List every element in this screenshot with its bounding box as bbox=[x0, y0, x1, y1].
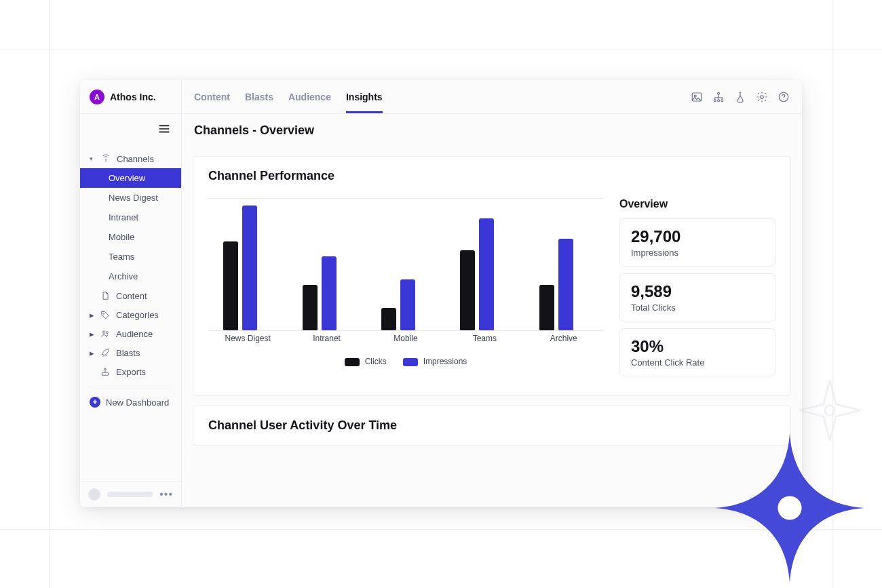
sidebar-section-blasts[interactable]: ▸ Blasts bbox=[80, 343, 181, 362]
bar-clicks bbox=[460, 250, 475, 331]
brand-logo-icon: A bbox=[90, 90, 104, 104]
top-nav: Content Blasts Audience Insights bbox=[182, 80, 691, 113]
overview-stats: Overview 29,700 Impressions 9,589 Total … bbox=[619, 198, 775, 383]
bar-group bbox=[303, 203, 351, 331]
bar-clicks bbox=[223, 241, 238, 331]
bar-group bbox=[460, 203, 509, 331]
svg-point-4 bbox=[718, 99, 720, 101]
svg-point-2 bbox=[718, 92, 720, 94]
svg-point-1 bbox=[694, 95, 696, 97]
svg-point-10 bbox=[103, 331, 106, 334]
bar-clicks bbox=[303, 285, 318, 331]
bar-clicks bbox=[539, 285, 554, 331]
sidebar-item-news-digest[interactable]: News Digest bbox=[80, 188, 181, 208]
main-content: Channel Performance News DigestIntranetM… bbox=[182, 146, 802, 507]
help-icon[interactable] bbox=[778, 91, 790, 103]
sidebar-section-audience[interactable]: ▸ Audience bbox=[80, 324, 181, 343]
topbar-icons bbox=[691, 80, 802, 113]
page-title: Channels - Overview bbox=[182, 114, 314, 146]
bar-group bbox=[223, 203, 272, 331]
topbar: A Athos Inc. Content Blasts Audience Ins… bbox=[80, 80, 802, 114]
more-icon[interactable]: ••• bbox=[159, 488, 173, 501]
bar-group bbox=[381, 203, 430, 331]
svg-point-6 bbox=[761, 95, 764, 98]
decoration-star-icon bbox=[715, 433, 864, 583]
svg-point-11 bbox=[106, 332, 108, 334]
sitemap-icon[interactable] bbox=[712, 91, 725, 103]
legend-clicks: Clicks bbox=[345, 357, 387, 366]
stat-impressions: 29,700 Impressions bbox=[619, 218, 775, 267]
chart-legend: Clicks Impressions bbox=[208, 357, 603, 366]
tab-insights[interactable]: Insights bbox=[346, 80, 383, 113]
chart-category-label: Mobile bbox=[381, 334, 430, 347]
gear-icon[interactable] bbox=[756, 91, 768, 103]
svg-point-9 bbox=[103, 313, 104, 314]
overview-heading: Overview bbox=[619, 198, 775, 210]
svg-rect-12 bbox=[102, 372, 108, 375]
chevron-right-icon: ▸ bbox=[90, 310, 94, 320]
sidebar: ▾ Channels Overview News Digest Intranet… bbox=[80, 146, 182, 507]
user-label-placeholder bbox=[107, 492, 153, 497]
chart-category-label: Teams bbox=[460, 334, 509, 347]
new-dashboard-button[interactable]: + New Dashboard bbox=[80, 393, 181, 412]
chevron-down-icon: ▾ bbox=[90, 155, 95, 162]
sidebar-footer: ••• bbox=[80, 481, 181, 507]
sidebar-section-content[interactable]: ▸ Content bbox=[80, 286, 181, 305]
bar-impressions bbox=[400, 279, 415, 331]
legend-impressions: Impressions bbox=[403, 357, 467, 366]
people-icon bbox=[100, 328, 111, 339]
avatar[interactable] bbox=[88, 488, 100, 501]
sidebar-item-archive[interactable]: Archive bbox=[80, 267, 181, 286]
app-window: A Athos Inc. Content Blasts Audience Ins… bbox=[80, 80, 802, 507]
brand-name: Athos Inc. bbox=[110, 92, 156, 102]
sidebar-item-teams[interactable]: Teams bbox=[80, 247, 181, 267]
bar-group bbox=[539, 203, 588, 331]
channel-activity-card: Channel User Activity Over Time bbox=[193, 406, 791, 446]
chart-category-label: News Digest bbox=[223, 334, 272, 347]
channel-performance-card: Channel Performance News DigestIntranetM… bbox=[193, 156, 791, 396]
svg-point-5 bbox=[721, 99, 723, 101]
tab-content[interactable]: Content bbox=[194, 80, 230, 113]
chart-category-label: Intranet bbox=[303, 334, 351, 347]
tab-audience[interactable]: Audience bbox=[288, 80, 331, 113]
svg-point-3 bbox=[714, 99, 716, 101]
bar-impressions bbox=[242, 205, 257, 331]
tab-blasts[interactable]: Blasts bbox=[245, 80, 273, 113]
sidebar-item-overview[interactable]: Overview bbox=[80, 168, 181, 188]
sidebar-section-exports[interactable]: ▸ Exports bbox=[80, 362, 181, 381]
svg-point-14 bbox=[778, 496, 801, 520]
file-icon bbox=[100, 290, 111, 301]
rocket-icon bbox=[100, 347, 111, 358]
sidebar-item-mobile[interactable]: Mobile bbox=[80, 227, 181, 247]
svg-point-13 bbox=[825, 406, 835, 415]
labs-icon[interactable] bbox=[734, 91, 746, 103]
card-title: Channel Performance bbox=[208, 169, 775, 183]
plus-icon: + bbox=[90, 397, 100, 408]
stat-click-rate: 30% Content Click Rate bbox=[619, 328, 775, 376]
panel-header: Channels - Overview bbox=[80, 114, 802, 146]
bar-impressions bbox=[558, 239, 573, 331]
sidebar-item-intranet[interactable]: Intranet bbox=[80, 208, 181, 227]
chart-category-label: Archive bbox=[539, 334, 588, 347]
image-icon[interactable] bbox=[691, 91, 703, 103]
card-title: Channel User Activity Over Time bbox=[208, 418, 775, 433]
tag-icon bbox=[100, 309, 111, 320]
sidebar-section-categories[interactable]: ▸ Categories bbox=[80, 305, 181, 324]
bar-impressions bbox=[322, 256, 337, 331]
menu-toggle-icon[interactable] bbox=[157, 121, 172, 139]
stat-total-clicks: 9,589 Total Clicks bbox=[619, 273, 775, 321]
svg-point-8 bbox=[783, 99, 784, 100]
export-icon bbox=[100, 366, 111, 377]
chevron-right-icon: ▸ bbox=[90, 329, 94, 339]
brand[interactable]: A Athos Inc. bbox=[80, 80, 182, 113]
chart-area: News DigestIntranetMobileTeamsArchive Cl… bbox=[208, 198, 603, 383]
bar-impressions bbox=[479, 218, 494, 331]
chevron-right-icon: ▸ bbox=[90, 348, 94, 358]
bar-clicks bbox=[381, 308, 396, 331]
antenna-icon bbox=[100, 153, 111, 164]
channel-performance-chart: News DigestIntranetMobileTeamsArchive bbox=[208, 198, 603, 347]
decoration-diamond-icon bbox=[799, 380, 860, 441]
sidebar-section-channels[interactable]: ▾ Channels bbox=[80, 149, 181, 168]
